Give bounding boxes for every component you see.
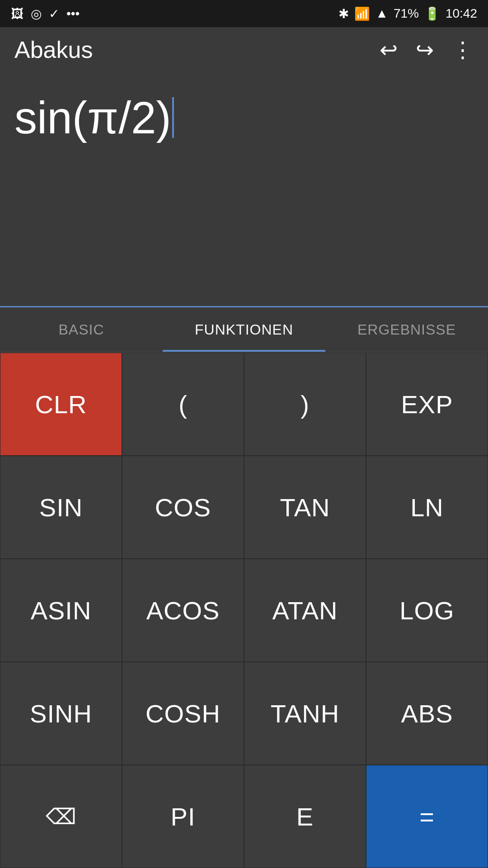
ln-button[interactable]: LN — [366, 456, 488, 559]
bluetooth-icon: ✱ — [338, 6, 349, 21]
pi-button[interactable]: PI — [122, 765, 244, 868]
expression-display: sin(π/2) — [14, 90, 474, 145]
tanh-button[interactable]: TANH — [244, 662, 366, 765]
open-paren-button[interactable]: ( — [122, 353, 244, 456]
expression-text: sin(π/2) — [14, 90, 171, 145]
more-menu-button[interactable]: ⋮ — [452, 37, 474, 62]
time-display: 10:42 — [446, 6, 477, 21]
tab-ergebnisse[interactable]: ERGEBNISSE — [325, 307, 488, 352]
sin-button[interactable]: SIN — [0, 456, 122, 559]
exp-button[interactable]: EXP — [366, 353, 488, 456]
tab-bar: BASIC FUNKTIONEN ERGEBNISSE — [0, 307, 488, 353]
atan-button[interactable]: ATAN — [244, 559, 366, 662]
undo-button[interactable]: ↩ — [380, 37, 398, 62]
cosh-button[interactable]: COSH — [122, 662, 244, 765]
asin-button[interactable]: ASIN — [0, 559, 122, 662]
tab-basic[interactable]: BASIC — [0, 307, 163, 352]
backspace-button[interactable]: ⌫ — [0, 765, 122, 868]
abs-button[interactable]: ABS — [366, 662, 488, 765]
tan-button[interactable]: TAN — [244, 456, 366, 559]
battery-icon: 🔋 — [424, 6, 440, 21]
acos-button[interactable]: ACOS — [122, 559, 244, 662]
log-button[interactable]: LOG — [366, 559, 488, 662]
redo-button[interactable]: ↪ — [416, 37, 434, 62]
text-cursor — [172, 97, 174, 138]
image-icon: 🖼 — [11, 6, 23, 21]
signal-icon: ▲ — [375, 6, 388, 21]
equals-button[interactable]: = — [366, 765, 488, 868]
app-title: Abakus — [14, 36, 93, 63]
dots-icon: ••• — [66, 6, 80, 21]
toolbar: Abakus ↩ ↪ ⋮ — [0, 27, 488, 72]
toolbar-actions: ↩ ↪ ⋮ — [380, 37, 474, 62]
clr-button[interactable]: CLR — [0, 353, 122, 456]
clock-icon: ◎ — [31, 6, 42, 21]
close-paren-button[interactable]: ) — [244, 353, 366, 456]
tab-funktionen[interactable]: FUNKTIONEN — [163, 307, 325, 352]
status-bar: 🖼 ◎ ✓ ••• ✱ 📶 ▲ 71% 🔋 10:42 — [0, 0, 488, 27]
expression-area[interactable]: sin(π/2) — [0, 72, 488, 307]
wifi-icon: 📶 — [354, 6, 370, 21]
check-icon: ✓ — [49, 6, 59, 21]
status-bar-right: ✱ 📶 ▲ 71% 🔋 10:42 — [338, 6, 477, 21]
cos-button[interactable]: COS — [122, 456, 244, 559]
e-button[interactable]: E — [244, 765, 366, 868]
battery-level: 71% — [394, 6, 419, 21]
sinh-button[interactable]: SINH — [0, 662, 122, 765]
button-grid: CLR()EXPSINCOSTANLNASINACOSATANLOGSINHCO… — [0, 353, 488, 868]
status-bar-left: 🖼 ◎ ✓ ••• — [11, 6, 80, 21]
